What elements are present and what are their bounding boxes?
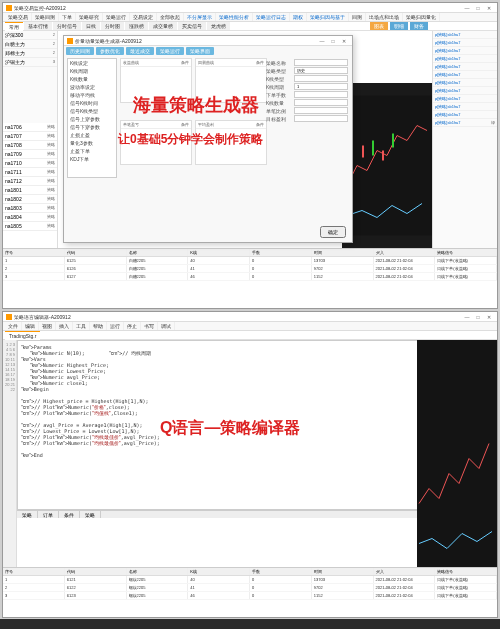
param-input[interactable] xyxy=(294,99,348,106)
grid-row[interactable]: 36123螺纹220546011522021-08-02 21:02:04周线下… xyxy=(3,592,497,600)
indicator-item[interactable]: 止损止盈 xyxy=(68,131,116,139)
minimize-button[interactable]: — xyxy=(462,4,472,12)
param-input[interactable] xyxy=(294,107,348,114)
output-tab[interactable]: 订单 xyxy=(38,511,59,518)
indicator-item[interactable]: K线周期 xyxy=(68,67,116,75)
taskbar[interactable] xyxy=(0,619,500,629)
output-tab[interactable]: 条件 xyxy=(59,511,80,518)
editor-menu-item[interactable]: 编辑 xyxy=(22,322,39,330)
grid-row[interactable]: 26126白糖220541097022021-08-02 21:02:04周线下… xyxy=(3,265,497,273)
mode-tab[interactable]: 基本行情 xyxy=(24,22,52,30)
dialog-tab[interactable]: 参数优化 xyxy=(96,47,124,55)
toolbar-btn[interactable]: 回测 xyxy=(349,13,366,21)
view-mode-tab[interactable]: 财务 xyxy=(410,22,428,30)
indicator-item[interactable]: KDJ下单 xyxy=(68,155,116,163)
dialog-tab[interactable]: 最近成交 xyxy=(126,47,154,55)
mode-tab[interactable]: 龙虎榜 xyxy=(207,22,230,30)
instrument-item[interactable]: na1706策略 xyxy=(3,123,57,132)
mode-tab[interactable]: 涨跌榜 xyxy=(125,22,148,30)
watchlist-item[interactable]: 沪深3002 xyxy=(3,31,57,40)
strategy-signal-row[interactable]: p[策略]sb1ha7 xyxy=(433,111,497,119)
dialog-close-button[interactable]: ✕ xyxy=(339,37,349,45)
minimize-button[interactable]: — xyxy=(462,313,472,321)
dialog-tab[interactable]: 历史回测 xyxy=(66,47,94,55)
editor-menu-item[interactable]: 调试 xyxy=(158,322,175,330)
instrument-item[interactable]: na1802策略 xyxy=(3,195,57,204)
editor-menu-item[interactable]: 插入 xyxy=(56,322,73,330)
instrument-item[interactable]: na1709策略 xyxy=(3,150,57,159)
instrument-item[interactable]: na1710策略 xyxy=(3,159,57,168)
param-input[interactable]: 1 xyxy=(294,83,348,90)
view-mode-tab[interactable]: 明细 xyxy=(390,22,408,30)
indicator-listbox[interactable]: K线设定K线周期K线数量波动率设定移动平均线信号K线时间信号K线类型信号上穿参数… xyxy=(67,58,117,178)
toolbar-btn[interactable]: 策略回测 xyxy=(32,13,59,21)
mode-tab[interactable]: 常用 xyxy=(5,22,23,31)
toolbar-btn[interactable]: 策略归因量化 xyxy=(403,13,440,21)
editor-menu-item[interactable]: 工具 xyxy=(73,322,90,330)
toolbar-btn[interactable]: 全部收起 xyxy=(157,13,184,21)
param-input[interactable] xyxy=(294,91,348,98)
strategy-signal-row[interactable]: p[策略]sb1ha7 xyxy=(433,47,497,55)
grid-row[interactable]: 36127白糖220546011522021-08-02 21:02:04周线下… xyxy=(3,273,497,281)
toolbar-btn[interactable]: 策略交易 xyxy=(5,13,32,21)
instrument-item[interactable]: na1804策略 xyxy=(3,213,57,222)
dialog-max-button[interactable]: □ xyxy=(328,37,338,45)
strategy-signal-row[interactable]: p[策略]sb1ha7绿 xyxy=(433,119,497,127)
view-mode-tab[interactable]: 图表 xyxy=(370,22,388,30)
strategy-signal-row[interactable]: p[策略]sb1ha7 xyxy=(433,55,497,63)
watchlist-item[interactable]: 白糖主力2 xyxy=(3,40,57,49)
toolbar-btn[interactable]: 不分屏显示 xyxy=(184,13,216,21)
param-input[interactable] xyxy=(294,115,348,122)
toolbar-btn[interactable]: 策略研究 xyxy=(76,13,103,21)
toolbar-btn[interactable]: 策略性能分析 xyxy=(216,13,253,21)
grid-row[interactable]: 26122螺纹220541097022021-08-02 21:02:04周线下… xyxy=(3,584,497,592)
dialog-min-button[interactable]: — xyxy=(317,37,327,45)
editor-menu-item[interactable]: 帮助 xyxy=(90,322,107,330)
toolbar-btn[interactable]: 策略运行 xyxy=(103,13,130,21)
instrument-item[interactable]: na1712策略 xyxy=(3,177,57,186)
close-button[interactable]: ✕ xyxy=(484,313,494,321)
indicator-item[interactable]: 信号上穿参数 xyxy=(68,115,116,123)
editor-menu-item[interactable]: 停止 xyxy=(124,322,141,330)
toolbar-btn[interactable]: 策略归因与基于 xyxy=(307,13,349,21)
instrument-item[interactable]: na1803策略 xyxy=(3,204,57,213)
param-input[interactable] xyxy=(294,75,348,82)
indicator-item[interactable]: 信号下穿参数 xyxy=(68,123,116,131)
close-button[interactable]: ✕ xyxy=(484,4,494,12)
strategy-signal-row[interactable]: p[策略]sb1ha7 xyxy=(433,39,497,47)
instrument-item[interactable]: na1711策略 xyxy=(3,168,57,177)
param-input[interactable] xyxy=(294,59,348,66)
indicator-item[interactable]: 信号K线类型 xyxy=(68,107,116,115)
maximize-button[interactable]: □ xyxy=(473,313,483,321)
output-tab[interactable]: 策略 xyxy=(17,511,38,518)
maximize-button[interactable]: □ xyxy=(473,4,483,12)
indicator-item[interactable]: 波动率设定 xyxy=(68,83,116,91)
toolbar-btn[interactable]: 出场点和出场 xyxy=(366,13,403,21)
candlestick-chart[interactable] xyxy=(342,83,432,248)
strategy-signal-row[interactable]: p[策略]sb1ha7 xyxy=(433,79,497,87)
instrument-item[interactable]: na1805策略 xyxy=(3,222,57,231)
instrument-item[interactable]: na1801策略 xyxy=(3,186,57,195)
dialog-tab[interactable]: 策略界面 xyxy=(186,47,214,55)
mode-tab[interactable]: 买卖信号 xyxy=(178,22,206,30)
watchlist-item[interactable]: 沪铜主力3 xyxy=(3,58,57,67)
toolbar-btn[interactable]: 下单 xyxy=(59,13,76,21)
instrument-item[interactable]: na1707策略 xyxy=(3,132,57,141)
editor-menu-item[interactable]: 文件 xyxy=(5,322,22,330)
file-tab[interactable]: TradingStg.r xyxy=(5,331,40,340)
candlestick-chart[interactable] xyxy=(417,340,497,567)
editor-menu-item[interactable]: 运行 xyxy=(107,322,124,330)
indicator-item[interactable]: 信号K线时间 xyxy=(68,99,116,107)
toolbar-btn[interactable]: 交易设定 xyxy=(130,13,157,21)
strategy-signal-row[interactable]: p[策略]sb1ha7 xyxy=(433,95,497,103)
mode-tab[interactable]: 日线 xyxy=(82,22,100,30)
mode-tab[interactable]: 分时信号 xyxy=(53,22,81,30)
instrument-item[interactable]: na1708策略 xyxy=(3,141,57,150)
editor-menu-item[interactable]: 视图 xyxy=(39,322,56,330)
indicator-item[interactable]: K线设定 xyxy=(68,59,116,67)
strategy-signal-row[interactable]: p[策略]sb1ha7 xyxy=(433,71,497,79)
mode-tab[interactable]: 成交量榜 xyxy=(149,22,177,30)
indicator-item[interactable]: 量化3参数 xyxy=(68,139,116,147)
grid-row[interactable]: 16125白糖2205400137032021-08-02 21:02:04周线… xyxy=(3,257,497,265)
indicator-item[interactable]: 止盈下单 xyxy=(68,147,116,155)
